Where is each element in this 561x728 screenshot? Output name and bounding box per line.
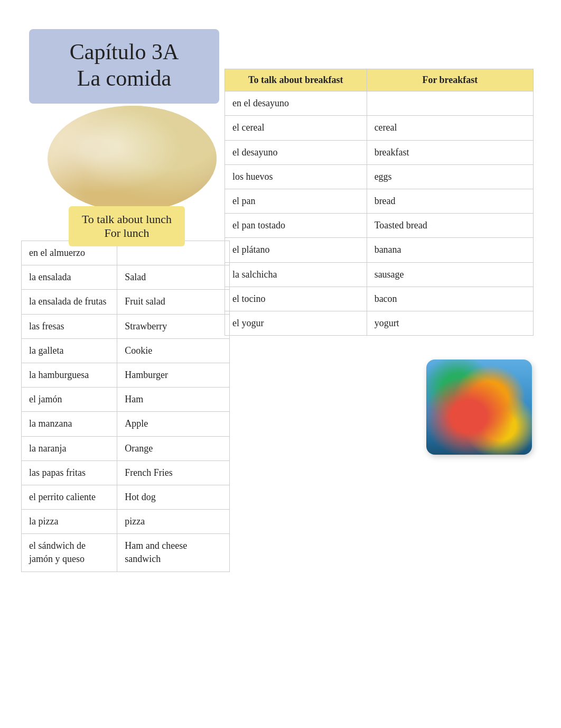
breakfast-english: bread	[367, 189, 533, 213]
lunch-english: Hot dog	[117, 485, 230, 509]
breakfast-row: el panbread	[225, 189, 534, 213]
lunch-row: la ensaladaSalad	[22, 265, 230, 290]
breakfast-spanish: la salchicha	[225, 262, 367, 287]
lunch-spanish: la pizza	[22, 510, 117, 534]
lunch-spanish: la naranja	[22, 436, 117, 460]
lunch-spanish: la ensalada de frutas	[22, 290, 117, 314]
lunch-table: en el almuerzola ensaladaSaladla ensalad…	[21, 241, 230, 572]
breakfast-food-image	[48, 106, 217, 211]
lunchbox-graphic	[426, 360, 532, 455]
lunch-row: la naranjaOrange	[22, 436, 230, 460]
lunch-row: la manzanaApple	[22, 412, 230, 436]
lunch-row: el jamónHam	[22, 388, 230, 412]
breakfast-spanish: los huevos	[225, 164, 367, 189]
lunch-spanish: la hamburguesa	[22, 363, 117, 387]
page: Capítulo 3A La comida To talk about lunc…	[0, 0, 561, 728]
breakfast-table: To talk about breakfast For breakfast en…	[225, 69, 534, 336]
breakfast-english: breakfast	[367, 140, 533, 164]
lunch-header-spanish: To talk about lunch	[77, 213, 176, 226]
breakfast-spanish: el pan	[225, 189, 367, 213]
lunch-english: Apple	[117, 412, 230, 436]
lunch-english: pizza	[117, 510, 230, 534]
breakfast-spanish: el yogur	[225, 311, 367, 335]
lunch-row: la pizzapizza	[22, 510, 230, 534]
lunch-row: las papas fritasFrench Fries	[22, 460, 230, 485]
breakfast-english: sausage	[367, 262, 533, 287]
lunch-header-english: For lunch	[77, 226, 176, 240]
breakfast-row: la salchichasausage	[225, 262, 534, 287]
lunch-spanish: el perrito caliente	[22, 485, 117, 509]
breakfast-table-wrapper: To talk about breakfast For breakfast en…	[225, 69, 534, 336]
lunch-spanish: el sándwich de jamón y queso	[22, 534, 117, 572]
breakfast-row: los huevoseggs	[225, 164, 534, 189]
breakfast-english: Toasted bread	[367, 214, 533, 238]
breakfast-spanish: el plátano	[225, 238, 367, 262]
lunch-spanish: las fresas	[22, 314, 117, 338]
breakfast-header-spanish: To talk about breakfast	[225, 69, 367, 91]
lunch-row: el perrito calienteHot dog	[22, 485, 230, 509]
chapter-title: Capítulo 3A La comida	[42, 39, 207, 92]
lunch-english: French Fries	[117, 460, 230, 485]
lunch-english: Salad	[117, 265, 230, 290]
breakfast-spanish: el pan tostado	[225, 214, 367, 238]
breakfast-row: en el desayuno	[225, 91, 534, 116]
lunch-row: la galletaCookie	[22, 338, 230, 363]
breakfast-header-row: To talk about breakfast For breakfast	[225, 69, 534, 91]
lunch-header-overlay: To talk about lunch For lunch	[69, 206, 185, 246]
breakfast-english: banana	[367, 238, 533, 262]
lunchbox-image	[426, 360, 532, 455]
lunch-row: las fresasStrawberry	[22, 314, 230, 338]
lunch-row: la ensalada de frutasFruit salad	[22, 290, 230, 314]
lunch-english: Ham and cheese sandwich	[117, 534, 230, 572]
breakfast-row: el tocinobacon	[225, 287, 534, 311]
breakfast-row: el yoguryogurt	[225, 311, 534, 335]
lunch-english: Hamburger	[117, 363, 230, 387]
breakfast-spanish: el cereal	[225, 116, 367, 140]
breakfast-spanish: el tocino	[225, 287, 367, 311]
breakfast-english: eggs	[367, 164, 533, 189]
lunch-row: el sándwich de jamón y quesoHam and chee…	[22, 534, 230, 572]
lunch-spanish: la manzana	[22, 412, 117, 436]
breakfast-english	[367, 91, 533, 116]
breakfast-english: cereal	[367, 116, 533, 140]
lunch-spanish: las papas fritas	[22, 460, 117, 485]
lunch-english: Fruit salad	[117, 290, 230, 314]
breakfast-spanish: en el desayuno	[225, 91, 367, 116]
breakfast-row: el pan tostadoToasted bread	[225, 214, 534, 238]
lunch-spanish: la galleta	[22, 338, 117, 363]
lunch-row: la hamburguesaHamburger	[22, 363, 230, 387]
breakfast-english: bacon	[367, 287, 533, 311]
lunch-english: Cookie	[117, 338, 230, 363]
lunch-spanish: el jamón	[22, 388, 117, 412]
breakfast-row: el cerealcereal	[225, 116, 534, 140]
lunch-spanish: la ensalada	[22, 265, 117, 290]
lunch-english: Strawberry	[117, 314, 230, 338]
title-box: Capítulo 3A La comida	[29, 29, 219, 104]
lunch-table-wrapper: en el almuerzola ensaladaSaladla ensalad…	[21, 241, 230, 572]
lunch-english: Ham	[117, 388, 230, 412]
breakfast-english: yogurt	[367, 311, 533, 335]
breakfast-spanish: el desayuno	[225, 140, 367, 164]
lunch-english: Orange	[117, 436, 230, 460]
breakfast-header-english: For breakfast	[367, 69, 533, 91]
breakfast-row: el desayunobreakfast	[225, 140, 534, 164]
breakfast-row: el plátanobanana	[225, 238, 534, 262]
